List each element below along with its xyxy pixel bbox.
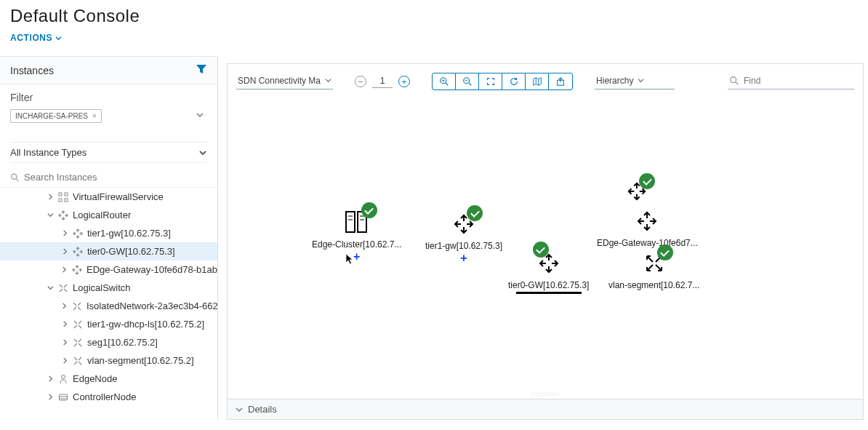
close-icon[interactable]: × — [92, 112, 97, 120]
router-icon — [73, 228, 83, 239]
refresh-tool[interactable] — [502, 73, 526, 89]
chevron-right-icon[interactable] — [61, 248, 68, 255]
chevron-right-icon[interactable] — [47, 394, 54, 400]
filter-chip-label: INCHARGE-SA-PRES — [15, 112, 88, 120]
details-panel-toggle[interactable]: Details — [227, 399, 864, 420]
actions-menu[interactable]: ACTIONS — [10, 33, 62, 43]
layout-dropdown[interactable]: Hierarchy — [595, 74, 675, 89]
tree-row[interactable]: seg1[10.62.75.2] — [0, 333, 217, 351]
tree-item-label: EDge-Gateway-10fe6d78-b1ab- — [87, 264, 217, 275]
tree-row[interactable]: tier1-gw-dhcp-ls[10.62.75.2] — [0, 315, 217, 333]
tree-item-label: LogicalRouter — [73, 210, 131, 220]
node-label: vlan-segment[10.62.7... — [608, 280, 699, 290]
node-label: EDge-Gateway-10fe6d7... — [597, 238, 698, 248]
chevron-right-icon[interactable] — [61, 357, 68, 364]
filter-section-label: Filter — [0, 84, 217, 108]
node-edge-cluster[interactable]: Edge-Cluster[10.62.7... + — [312, 210, 401, 263]
chevron-down-icon — [638, 77, 644, 84]
chevron-right-icon[interactable] — [61, 339, 68, 346]
find-input[interactable] — [744, 76, 853, 86]
fit-tool[interactable] — [479, 73, 502, 89]
tree-item-label: ControllerNode — [73, 391, 136, 402]
svg-rect-7 — [60, 394, 68, 400]
tree-row[interactable]: vlan-segment[10.62.75.2] — [0, 351, 217, 370]
instance-tree: VirtualFirewallServiceLogicalRoutertier1… — [0, 188, 217, 420]
filter-expander[interactable] — [193, 108, 207, 124]
search-instances[interactable] — [0, 167, 217, 188]
node-vlan-segment[interactable]: vlan-segment[10.62.7... — [608, 252, 699, 290]
search-input[interactable] — [24, 172, 207, 183]
status-ok-icon — [657, 244, 673, 260]
tree-item-label: tier1-gw[10.62.75.3] — [87, 228, 171, 239]
tree-row[interactable]: EdgeNode — [0, 370, 217, 388]
chevron-down-icon[interactable] — [47, 284, 54, 291]
expand-icon[interactable]: + — [425, 252, 502, 264]
tree-row[interactable]: EDge-Gateway-10fe6d78-b1ab- — [0, 260, 217, 279]
status-ok-icon — [533, 242, 549, 258]
switch-icon — [73, 338, 83, 348]
resize-grip[interactable]: :::::::::::: — [531, 391, 560, 397]
export-tool[interactable] — [549, 73, 572, 89]
tree-item-label: VirtualFirewallService — [73, 191, 164, 202]
chevron-down-icon[interactable] — [47, 212, 54, 218]
chevron-right-icon[interactable] — [61, 321, 68, 327]
actions-label: ACTIONS — [10, 33, 52, 43]
filter-chip[interactable]: INCHARGE-SA-PRES × — [10, 109, 102, 123]
router-icon — [73, 247, 83, 257]
instance-type-select[interactable]: All Instance Types — [10, 142, 207, 163]
tree-item-label: vlan-segment[10.62.75.2] — [87, 355, 194, 366]
tree-row[interactable]: tier0-GW[10.62.75.3] — [0, 242, 217, 260]
tree-row[interactable]: tier1-gw[10.62.75.3] — [0, 224, 217, 242]
svg-rect-4 — [59, 199, 62, 202]
node-icon — [58, 374, 68, 384]
node-label: Edge-Cluster[10.62.7... — [312, 239, 401, 250]
tree-row[interactable]: IsolatedNetwork-2a3ec3b4-662 — [0, 297, 217, 315]
controller-icon — [58, 392, 68, 402]
chevron-down-icon — [198, 148, 207, 157]
map-tool[interactable] — [526, 73, 549, 89]
node-label: tier0-GW[10.62.75.3] — [508, 280, 589, 290]
topology-canvas[interactable]: SDN Connectivity Ma − 1 + Hie — [227, 63, 864, 399]
switch-icon — [73, 319, 83, 330]
search-icon — [10, 172, 20, 183]
expand-icon[interactable]: + — [312, 251, 401, 263]
tree-row[interactable]: VirtualFirewallService — [0, 188, 217, 206]
zoom-out-tool[interactable] — [456, 73, 479, 89]
sidebar: Instances Filter INCHARGE-SA-PRES × All … — [0, 56, 218, 420]
tree-row[interactable]: LogicalRouter — [0, 206, 217, 224]
svg-line-15 — [468, 83, 471, 86]
node-tier1-gw[interactable]: tier1-gw[10.62.75.3] + — [425, 212, 502, 264]
page-title: Default Console — [0, 0, 868, 29]
chevron-right-icon[interactable] — [61, 303, 68, 309]
instance-type-label: All Instance Types — [10, 147, 87, 158]
svg-point-18 — [731, 76, 736, 82]
router-icon — [72, 265, 82, 275]
tree-row[interactable]: ControllerNode — [0, 388, 217, 406]
node-tier0-gw[interactable]: tier0-GW[10.62.75.3] — [508, 252, 589, 294]
chevron-down-icon — [235, 405, 244, 414]
chevron-right-icon[interactable] — [61, 230, 68, 236]
svg-point-6 — [62, 375, 65, 378]
tree-row[interactable]: LogicalSwitch — [0, 279, 217, 297]
canvas-tool-group — [432, 73, 573, 90]
node-label: tier1-gw[10.62.75.3] — [425, 241, 502, 251]
status-ok-icon — [467, 205, 483, 221]
switch-icon — [73, 356, 83, 366]
svg-rect-5 — [65, 199, 68, 202]
chevron-right-icon[interactable] — [61, 266, 68, 273]
chevron-right-icon[interactable] — [47, 375, 54, 382]
tree-item-label: IsolatedNetwork-2a3ec3b4-662 — [87, 300, 217, 311]
status-ok-icon — [639, 173, 655, 189]
svg-point-0 — [12, 174, 17, 179]
node-top-element[interactable] — [626, 180, 648, 204]
node-edge-gateway[interactable]: EDge-Gateway-10fe6d7... — [597, 210, 698, 248]
svg-rect-2 — [59, 193, 62, 196]
details-label: Details — [248, 404, 277, 415]
main-area: SDN Connectivity Ma − 1 + Hie — [218, 56, 868, 420]
chevron-down-icon — [55, 35, 62, 41]
filter-icon[interactable] — [196, 64, 207, 76]
chevron-right-icon[interactable] — [47, 194, 54, 200]
svg-line-19 — [736, 81, 739, 84]
tree-item-label: tier1-gw-dhcp-ls[10.62.75.2] — [87, 319, 204, 330]
find-box[interactable] — [728, 74, 854, 89]
